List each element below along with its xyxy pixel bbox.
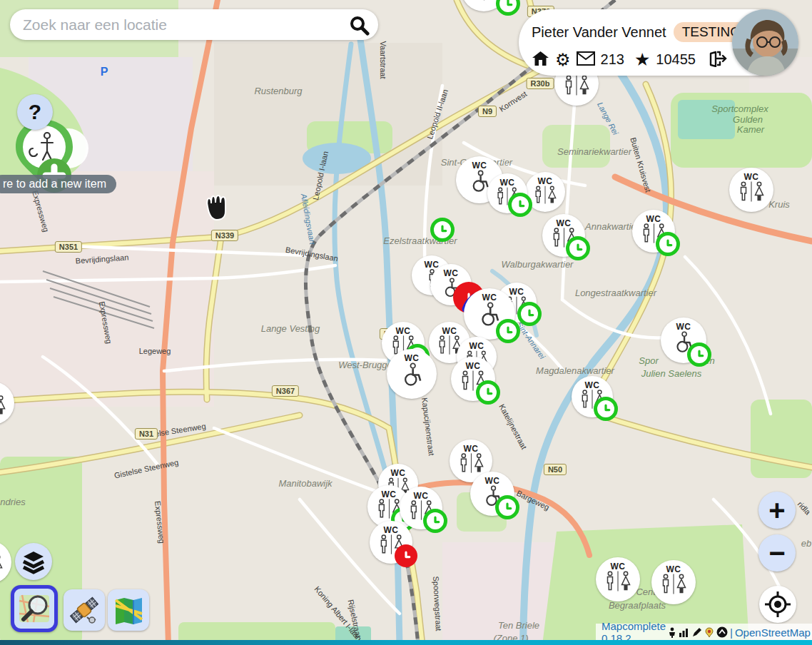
zoom-out-button[interactable]: − — [758, 534, 796, 572]
mw-pictogram-icon — [459, 453, 484, 477]
attribution-separator: | — [730, 626, 733, 639]
user-avatar[interactable] — [732, 9, 798, 76]
folded-map-style-icon — [113, 594, 144, 626]
help-button[interactable]: ? — [17, 94, 53, 130]
marker-wc-label: WC — [442, 327, 457, 335]
home-icon[interactable] — [532, 50, 549, 70]
user-name: Pieter Vander Vennet — [532, 24, 666, 41]
edit-icon[interactable] — [691, 627, 702, 638]
opening-hours-badge — [687, 342, 711, 367]
toilet-marker[interactable]: WC — [370, 521, 412, 564]
opening-hours-badge — [476, 380, 500, 405]
toilet-marker[interactable]: WC — [451, 357, 495, 401]
marker-wc-label: WC — [0, 387, 1, 395]
opening-hours-badge — [508, 193, 532, 217]
opening-hours-badge — [423, 509, 447, 533]
toilet-marker[interactable]: WC — [632, 210, 675, 253]
satellite-style-icon — [68, 594, 100, 626]
toilet-marker[interactable]: WC — [596, 557, 640, 601]
mastodon-icon[interactable] — [716, 626, 728, 638]
layers-button[interactable] — [15, 543, 52, 580]
background-style-osm-carto-button[interactable] — [11, 585, 58, 632]
bottom-progress-bar — [0, 640, 812, 645]
wheelchair-toilet-marker[interactable]: WC — [387, 349, 437, 399]
help-label: ? — [29, 100, 41, 124]
osm-carto-style-icon — [18, 592, 51, 625]
wheelchair-pictogram-icon — [400, 362, 425, 390]
marker-wc-label: WC — [472, 161, 487, 170]
toilet-marker[interactable]: WC — [729, 168, 773, 212]
zoom-in-button[interactable]: + — [758, 492, 796, 529]
marker-wc-label: WC — [611, 562, 626, 571]
statistics-icon[interactable] — [679, 627, 689, 637]
toilet-marker[interactable]: WC — [487, 173, 527, 213]
location-search-bar[interactable] — [10, 9, 378, 40]
logout-icon[interactable] — [709, 50, 727, 70]
marker-wc-label: WC — [382, 490, 397, 499]
mw-pictogram-icon — [739, 181, 764, 206]
marker-wc-label: WC — [466, 362, 481, 370]
search-icon[interactable] — [348, 14, 370, 36]
toilet-marker[interactable]: WC — [542, 214, 585, 257]
marker-wc-label: WC — [585, 381, 600, 390]
search-input[interactable] — [10, 16, 348, 34]
opening-hours-badge — [566, 236, 590, 260]
marker-wc-label: WC — [470, 342, 484, 350]
toilet-marker[interactable]: WC — [400, 487, 442, 529]
mw-pictogram-icon — [0, 554, 3, 579]
zoom-out-label: − — [768, 537, 785, 569]
opening-hours-closed-badge — [395, 544, 417, 567]
marker-wc-label: WC — [666, 565, 681, 574]
mapcomplete-app: Brugge-Sint-PietersRustenburgSint-Gillis… — [0, 0, 812, 645]
marker-wc-label: WC — [405, 354, 420, 362]
star-icon[interactable]: ★ — [634, 49, 650, 70]
opening-hours-badge — [495, 495, 519, 519]
toilet-marker[interactable]: WC — [0, 541, 11, 584]
mw-pictogram-icon — [534, 186, 557, 208]
map-markers-layer: WCWCWCWCWCWCWCWCWCWCWCWCWCWCWCWCWCWCWCWC… — [0, 0, 812, 645]
opening-hours-badge — [594, 397, 618, 421]
marker-wc-label: WC — [396, 327, 411, 335]
wheelchair-toilet-marker[interactable]: WC — [661, 318, 706, 363]
toilet-marker[interactable]: WC — [651, 560, 696, 604]
zoom-in-label: + — [768, 494, 785, 527]
crosshair-icon — [764, 591, 791, 618]
marker-wc-label: WC — [538, 177, 553, 186]
marker-wc-label: WC — [391, 469, 406, 477]
background-style-satellite-button[interactable] — [64, 589, 105, 631]
changes-count[interactable]: 10455 — [656, 51, 696, 68]
opening-hours-badge — [430, 218, 455, 242]
envelope-icon[interactable] — [577, 51, 595, 68]
osm-attribution-link[interactable]: OpenStreetMap — [735, 626, 811, 639]
marker-wc-label: WC — [500, 178, 515, 187]
messages-count[interactable]: 213 — [601, 51, 624, 68]
layers-icon — [21, 549, 46, 574]
opening-hours-badge — [496, 0, 520, 16]
marker-wc-label: WC — [676, 322, 691, 331]
mw-pictogram-icon — [605, 571, 631, 596]
add-item-tooltip: re to add a new item — [0, 175, 116, 193]
theme-logo-icon — [704, 627, 714, 638]
marker-wc-label: WC — [384, 526, 399, 534]
wheelchair-toilet-marker[interactable]: WC — [470, 472, 514, 516]
opening-hours-badge — [496, 319, 520, 343]
marker-wc-label: WC — [444, 269, 459, 278]
marker-wc-label: WC — [646, 215, 661, 223]
background-style-map-button[interactable] — [108, 589, 149, 631]
mw-pictogram-icon — [471, 0, 497, 5]
surveyor-icon[interactable] — [668, 627, 676, 638]
mw-pictogram-icon — [661, 574, 686, 599]
toilet-marker[interactable]: WC — [0, 382, 14, 425]
marker-wc-label: WC — [414, 492, 429, 500]
marker-wc-label: WC — [464, 445, 479, 453]
wheelchair-toilet-marker[interactable]: WC — [464, 288, 515, 340]
geolocate-button[interactable] — [759, 586, 796, 623]
marker-wc-label: WC — [557, 219, 572, 228]
marker-wc-label: WC — [744, 173, 759, 181]
marker-wc-label: WC — [425, 260, 440, 269]
toilet-marker[interactable]: WC — [572, 376, 613, 417]
opening-hours-badge — [656, 232, 680, 256]
opening-hours-badge — [517, 302, 542, 326]
marker-wc-label: WC — [485, 477, 500, 485]
gear-icon[interactable]: ⚙ — [555, 50, 571, 70]
